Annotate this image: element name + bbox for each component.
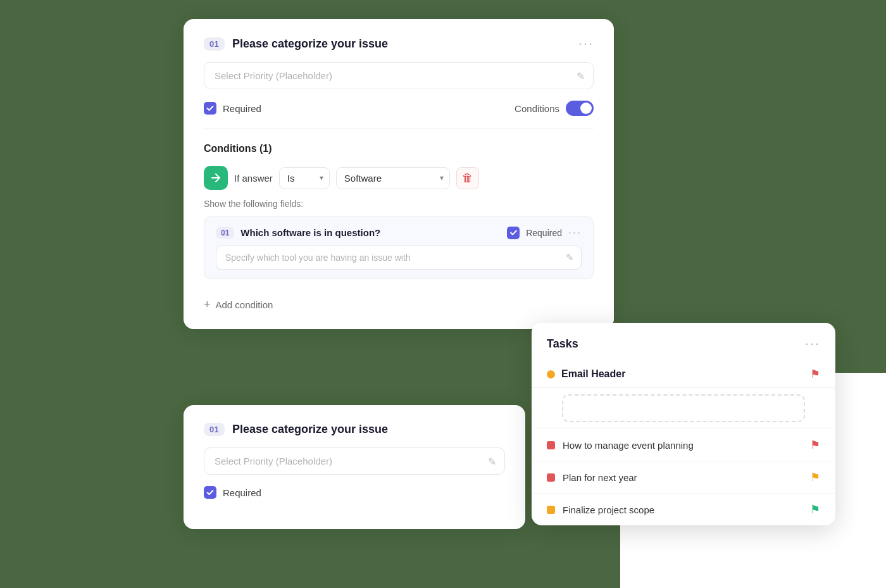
tasks-panel: Tasks ··· Email Header ⚑ How to manage e… — [532, 323, 835, 525]
condition-row: If answer Is ▾ Software ▾ 🗑 — [204, 166, 594, 190]
software-select[interactable]: Software — [336, 167, 450, 189]
card2-input-wrap: ✎ — [204, 447, 505, 475]
main-form-card: 01 Please categorize your issue ··· ✎ Re… — [184, 19, 614, 329]
conditions-section: Conditions (1) If answer Is ▾ — [184, 143, 614, 279]
sub-field-title: Which software is in question? — [240, 227, 501, 238]
required-label: Required — [223, 103, 261, 114]
card2-required-checkbox[interactable] — [204, 486, 216, 499]
task-item-1-left: How to manage event planning — [547, 440, 694, 451]
sub-required-label: Required — [526, 228, 562, 238]
task-item-2[interactable]: Plan for next year ⚑ — [532, 461, 835, 493]
task-text-2: Plan for next year — [563, 472, 637, 483]
software-select-wrap: Software ▾ — [336, 167, 450, 189]
conditions-title: Conditions (1) — [204, 143, 594, 154]
task-dot-red-1 — [547, 441, 555, 449]
if-answer-label: If answer — [234, 173, 273, 184]
step-badge: 01 — [204, 37, 225, 51]
required-checkbox[interactable] — [204, 102, 216, 115]
is-select[interactable]: Is — [279, 167, 330, 189]
email-header-left: Email Header — [547, 368, 625, 380]
priority-input[interactable] — [204, 62, 594, 89]
conditions-label: Conditions — [515, 103, 559, 114]
email-header-title: Email Header — [561, 368, 625, 380]
task-item-2-left: Plan for next year — [547, 472, 637, 483]
delete-condition-icon[interactable]: 🗑 — [456, 167, 479, 189]
task-item-3[interactable]: Finalize project scope ⚑ — [532, 493, 835, 525]
card2-input-row: ✎ — [184, 447, 525, 484]
required-conditions-row: Required Conditions — [184, 98, 614, 128]
add-icon: + — [204, 298, 211, 311]
task-flag-3: ⚑ — [810, 503, 820, 516]
card2-required-left: Required — [204, 486, 261, 499]
task-flag-1: ⚑ — [810, 438, 820, 452]
card-header-left: 01 Please categorize your issue — [204, 37, 388, 51]
add-condition-row[interactable]: + Add condition — [184, 287, 614, 311]
show-fields-label: Show the following fields: — [204, 199, 594, 209]
conditions-right: Conditions — [515, 101, 594, 116]
sub-step-badge: 01 — [216, 227, 234, 239]
task-text-3: Finalize project scope — [563, 504, 654, 515]
priority-input-row: ✎ — [184, 62, 614, 98]
priority-input-wrap: ✎ — [204, 62, 594, 89]
required-left: Required — [204, 102, 261, 115]
section-divider — [204, 128, 594, 129]
card-header: 01 Please categorize your issue ··· — [184, 19, 614, 62]
card2-header-left: 01 Please categorize your issue — [204, 423, 388, 436]
card2-edit-icon: ✎ — [488, 455, 496, 467]
add-condition-label: Add condition — [216, 299, 273, 310]
task-item-1[interactable]: How to manage event planning ⚑ — [532, 428, 835, 461]
sub-edit-icon: ✎ — [566, 252, 574, 263]
tasks-more-options-icon[interactable]: ··· — [805, 337, 820, 351]
card2-priority-input[interactable] — [204, 447, 505, 475]
sub-field-header: 01 Which software is in question? Requir… — [216, 226, 582, 239]
email-dot-icon — [547, 370, 555, 378]
condition-icon — [204, 166, 228, 190]
is-select-wrap: Is ▾ — [279, 167, 330, 189]
sub-more-options-icon[interactable]: ··· — [568, 226, 582, 239]
email-flag-icon: ⚑ — [810, 367, 820, 381]
card2-header: 01 Please categorize your issue — [184, 405, 525, 447]
sub-required-checkbox[interactable] — [507, 227, 520, 239]
form-card-2: 01 Please categorize your issue ✎ Requir… — [184, 405, 525, 529]
task-dot-yellow-3 — [547, 506, 555, 514]
more-options-icon[interactable]: ··· — [578, 37, 594, 51]
dashed-placeholder — [562, 394, 805, 422]
tasks-header: Tasks ··· — [532, 323, 835, 361]
conditions-toggle[interactable] — [566, 101, 594, 116]
sub-input-wrap: ✎ — [216, 246, 582, 270]
email-header-row: Email Header ⚑ — [532, 361, 835, 388]
task-text-1: How to manage event planning — [563, 440, 694, 451]
card2-title: Please categorize your issue — [232, 423, 388, 436]
sub-field-card: 01 Which software is in question? Requir… — [204, 216, 594, 279]
card2-step-badge: 01 — [204, 423, 225, 436]
task-dot-red-2 — [547, 473, 555, 482]
edit-icon: ✎ — [577, 70, 585, 82]
card2-required-label: Required — [223, 487, 261, 498]
tasks-title: Tasks — [547, 337, 578, 351]
sub-tool-input[interactable] — [216, 246, 582, 270]
page-title: Please categorize your issue — [232, 37, 388, 51]
card2-required-row: Required — [184, 484, 525, 511]
task-flag-2: ⚑ — [810, 470, 820, 484]
task-item-3-left: Finalize project scope — [547, 504, 654, 515]
toggle-knob — [580, 103, 592, 114]
